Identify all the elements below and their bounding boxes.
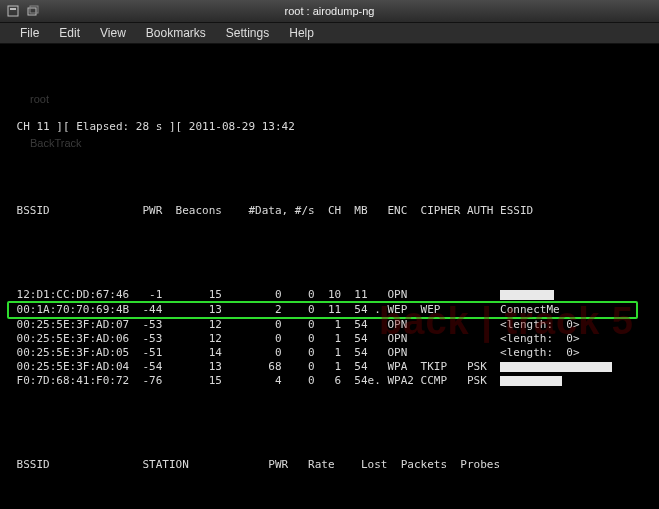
blank-line bbox=[10, 162, 649, 176]
ap-row: 00:25:5E:3F:AD:05 -51 14 0 0 1 54 OPN <l… bbox=[10, 346, 649, 360]
menubar: File Edit View Bookmarks Settings Help bbox=[0, 23, 659, 44]
terminal-output[interactable]: root BackTrack back | track 5 CH 11 ][ E… bbox=[0, 44, 659, 509]
app-menu-icon[interactable] bbox=[6, 4, 20, 18]
redacted-essid bbox=[500, 376, 562, 386]
ap-row-text: 12:D1:CC:DD:67:46 -1 15 0 0 10 11 OPN bbox=[10, 288, 500, 301]
ap-header: BSSID PWR Beacons #Data, #/s CH MB ENC C… bbox=[10, 204, 649, 218]
menu-bookmarks[interactable]: Bookmarks bbox=[136, 24, 216, 42]
ap-row: F0:7D:68:41:F0:72 -76 15 4 0 6 54e. WPA2… bbox=[10, 374, 649, 388]
window-titlebar: root : airodump-ng bbox=[0, 0, 659, 23]
svg-rect-2 bbox=[28, 8, 36, 15]
blank-line bbox=[10, 246, 649, 260]
redacted-essid bbox=[500, 362, 612, 372]
station-header: BSSID STATION PWR Rate Lost Packets Prob… bbox=[10, 458, 649, 472]
blank-line bbox=[10, 500, 649, 509]
watermark-title: BackTrack bbox=[30, 136, 82, 150]
new-tab-icon[interactable] bbox=[26, 4, 40, 18]
ap-row-text: 00:25:5E:3F:AD:06 -53 12 0 0 1 54 OPN <l… bbox=[10, 332, 580, 345]
ap-row-text: F0:7D:68:41:F0:72 -76 15 4 0 6 54e. WPA2… bbox=[10, 374, 500, 387]
ap-row: 12:D1:CC:DD:67:46 -1 15 0 0 10 11 OPN bbox=[10, 288, 649, 302]
svg-rect-3 bbox=[30, 6, 38, 13]
menu-view[interactable]: View bbox=[90, 24, 136, 42]
ap-row-text: 00:1A:70:70:69:4B -44 13 2 0 11 54 . WEP… bbox=[10, 303, 560, 316]
svg-rect-1 bbox=[10, 8, 16, 10]
highlighted-ap-row: 00:1A:70:70:69:4B -44 13 2 0 11 54 . WEP… bbox=[7, 301, 638, 319]
window-title: root : airodump-ng bbox=[0, 5, 659, 17]
status-line: CH 11 ][ Elapsed: 28 s ][ 2011-08-29 13:… bbox=[10, 120, 649, 134]
ap-row-text: 00:25:5E:3F:AD:07 -53 12 0 0 1 54 OPN <l… bbox=[10, 318, 580, 331]
svg-rect-0 bbox=[8, 6, 18, 16]
blank-line bbox=[10, 416, 649, 430]
ap-row-text: 00:25:5E:3F:AD:04 -54 13 68 0 1 54 WPA T… bbox=[10, 360, 500, 373]
menu-settings[interactable]: Settings bbox=[216, 24, 279, 42]
menu-edit[interactable]: Edit bbox=[49, 24, 90, 42]
watermark-user: root bbox=[30, 92, 82, 106]
menu-file[interactable]: File bbox=[10, 24, 49, 42]
redacted-essid bbox=[500, 290, 554, 300]
ap-row: 00:1A:70:70:69:4B -44 13 2 0 11 54 . WEP… bbox=[10, 303, 635, 317]
menu-help[interactable]: Help bbox=[279, 24, 324, 42]
ap-row: 00:25:5E:3F:AD:07 -53 12 0 0 1 54 OPN <l… bbox=[10, 318, 649, 332]
ap-row: 00:25:5E:3F:AD:04 -54 13 68 0 1 54 WPA T… bbox=[10, 360, 649, 374]
ap-row-text: 00:25:5E:3F:AD:05 -51 14 0 0 1 54 OPN <l… bbox=[10, 346, 580, 359]
ap-row: 00:25:5E:3F:AD:06 -53 12 0 0 1 54 OPN <l… bbox=[10, 332, 649, 346]
